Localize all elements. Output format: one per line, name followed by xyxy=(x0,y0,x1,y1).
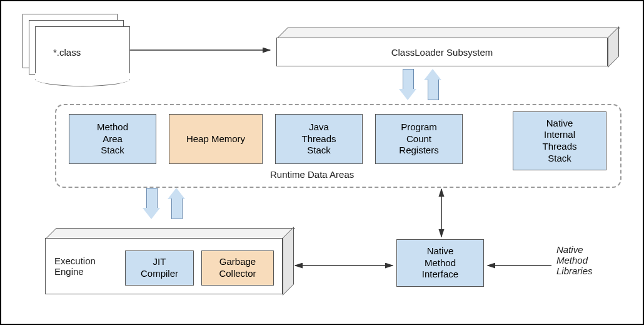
arrow-runtime-to-exec xyxy=(143,188,160,219)
jit-compiler-box: JIT Compiler xyxy=(125,250,194,286)
classloader-label: ClassLoader Subsystem xyxy=(391,47,493,58)
java-threads-label: Java Threads Stack xyxy=(301,121,336,157)
arrow-runtime-nmi xyxy=(435,187,448,240)
pc-registers-label: Program Count Registers xyxy=(399,121,438,157)
arrow-exec-to-runtime xyxy=(168,188,185,219)
heap-memory-box: Heap Memory xyxy=(169,114,263,164)
jit-compiler-label: JIT Compiler xyxy=(141,256,178,280)
arrow-exec-nmi xyxy=(293,259,396,272)
native-method-interface-box: Native Method Interface xyxy=(396,239,484,287)
heap-memory-label: Heap Memory xyxy=(186,133,245,145)
runtime-title: Runtime Data Areas xyxy=(270,169,354,180)
arrow-class-to-loader xyxy=(129,44,273,56)
java-threads-box: Java Threads Stack xyxy=(275,114,363,164)
class-file-label: *.class xyxy=(53,47,81,58)
execution-engine-label: Execution Engine xyxy=(54,255,96,277)
native-threads-box: Native Internal Threads Stack xyxy=(513,111,606,170)
native-threads-label: Native Internal Threads Stack xyxy=(542,118,576,165)
native-method-libraries-label: Native Method Libraries xyxy=(556,244,593,276)
jvm-architecture-diagram: *.class ClassLoader Subsystem Method Are… xyxy=(0,0,644,325)
garbage-collector-label: Garbage Collector xyxy=(219,256,256,280)
native-method-interface-label: Native Method Interface xyxy=(422,245,458,281)
arrow-runtime-to-loader xyxy=(424,69,441,100)
pc-registers-box: Program Count Registers xyxy=(375,114,463,164)
method-area-box: Method Area Stack xyxy=(69,114,156,164)
arrow-nml-nmi xyxy=(484,259,554,272)
garbage-collector-box: Garbage Collector xyxy=(201,250,274,286)
method-area-label: Method Area Stack xyxy=(97,121,128,157)
arrow-loader-to-runtime xyxy=(399,69,416,100)
